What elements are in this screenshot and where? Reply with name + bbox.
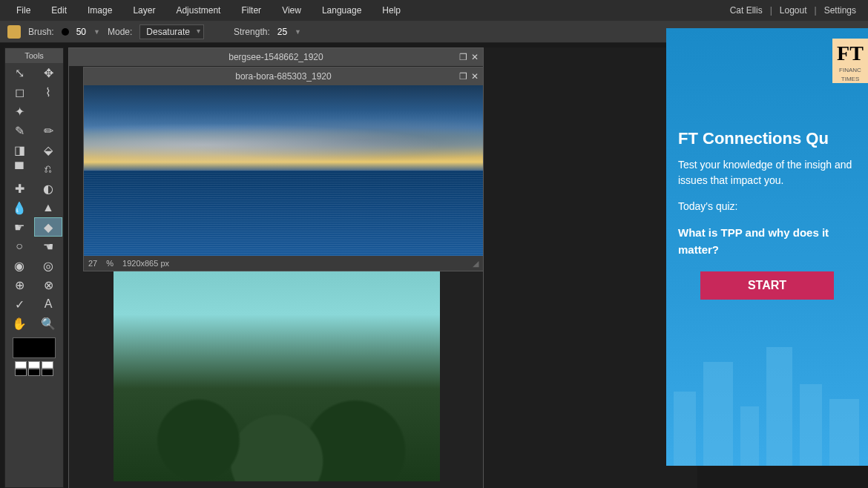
wand-icon[interactable]: ✦ <box>5 102 33 121</box>
brush-label: Brush: <box>28 27 54 37</box>
tools-panel: Tools ⤡✥◻⌇✦✎✏◨⬙▀⎌✚◐💧▲☛◆○☚◉◎⊕⊗✓A✋🔍 <box>4 47 64 488</box>
sponge-icon <box>7 25 21 39</box>
image-content <box>84 85 483 256</box>
menu-filter[interactable]: Filter <box>231 1 272 20</box>
document-window-bora[interactable]: bora-bora-685303_1920 ❐ ✕ 27 % 1920x865 … <box>83 67 484 271</box>
swatch-white[interactable] <box>15 361 27 369</box>
spot-icon[interactable]: ◎ <box>34 256 62 275</box>
resize-grip-icon[interactable]: ◢ <box>473 259 479 268</box>
close-icon[interactable]: ✕ <box>470 52 480 62</box>
zoom-pct: % <box>106 259 114 268</box>
tools-panel-title: Tools <box>5 48 63 63</box>
pinch-icon[interactable]: ⊗ <box>34 275 62 294</box>
strength-value[interactable]: 25 <box>277 27 287 37</box>
menu-view[interactable]: View <box>272 1 312 20</box>
settings-link[interactable]: Settings <box>818 1 862 20</box>
zoom-icon[interactable]: 🔍 <box>34 314 62 333</box>
sponge-icon[interactable]: ◆ <box>34 217 62 237</box>
hand-icon[interactable]: ✋ <box>5 314 33 333</box>
bucket-icon[interactable]: ⬙ <box>34 140 62 159</box>
brush-size-value[interactable]: 50 <box>76 27 86 37</box>
redeye-icon[interactable]: ◉ <box>5 256 33 275</box>
dodge-icon[interactable]: ○ <box>5 237 33 256</box>
document-titlebar[interactable]: bergsee-1548662_1920 ❐ ✕ <box>69 48 483 66</box>
document-title: bergsee-1548662_1920 <box>69 52 483 62</box>
menu-edit[interactable]: Edit <box>41 1 77 20</box>
mode-dropdown[interactable]: Desaturate <box>139 24 204 39</box>
ad-question: What is TPP and why does it matter? <box>678 225 856 258</box>
marquee-icon[interactable]: ◻ <box>5 82 33 102</box>
strength-label: Strength: <box>234 27 270 37</box>
maximize-icon[interactable]: ❐ <box>458 52 468 62</box>
menu-adjustment[interactable]: Adjustment <box>165 1 231 20</box>
type-icon[interactable]: A <box>34 294 62 314</box>
heal-icon[interactable]: ✚ <box>5 179 33 198</box>
image-dimensions: 1920x865 px <box>122 259 169 268</box>
document-title: bora-bora-685303_1920 <box>84 71 483 82</box>
blur-icon[interactable]: 💧 <box>5 198 33 217</box>
swatch-black[interactable] <box>15 369 27 376</box>
swatch-black[interactable] <box>28 369 40 376</box>
user-name[interactable]: Cat Ellis <box>724 1 769 20</box>
menu-language[interactable]: Language <box>312 1 372 20</box>
menu-file[interactable]: File <box>6 1 41 20</box>
color-swatches <box>5 333 63 380</box>
lasso-icon[interactable]: ⌇ <box>34 82 62 102</box>
mode-label: Mode: <box>108 27 132 37</box>
brush-preview-icon[interactable] <box>62 28 69 36</box>
ad-body: Test your knowledge of the insigh and is… <box>678 157 856 188</box>
empty-icon[interactable] <box>34 102 62 121</box>
stamp-icon[interactable]: ⎌ <box>34 159 62 179</box>
document-canvas[interactable] <box>84 85 483 256</box>
ft-logo: FT FINANC TIMES <box>832 39 868 83</box>
crop-icon[interactable]: ⤡ <box>5 63 33 82</box>
document-titlebar[interactable]: bora-bora-685303_1920 ❐ ✕ <box>84 67 483 85</box>
bloat-icon[interactable]: ⊕ <box>5 275 33 294</box>
menu-image[interactable]: Image <box>77 1 122 20</box>
burn-icon[interactable]: ☚ <box>34 237 62 256</box>
menu-help[interactable]: Help <box>372 1 411 20</box>
eraser-icon[interactable]: ◨ <box>5 140 33 159</box>
foreground-color[interactable] <box>13 337 56 358</box>
document-statusbar: 27 % 1920x865 px ◢ <box>84 256 483 271</box>
move-icon[interactable]: ✥ <box>34 63 62 82</box>
gradient-icon[interactable]: ▀ <box>5 159 33 179</box>
city-illustration <box>666 332 868 466</box>
menubar: File Edit Image Layer Adjustment Filter … <box>0 0 868 21</box>
pencil-icon[interactable]: ✎ <box>5 121 33 140</box>
sharpen-icon[interactable]: ▲ <box>34 198 62 217</box>
replace-icon[interactable]: ◐ <box>34 179 62 198</box>
ad-heading: FT Connections Qu <box>678 129 856 148</box>
zoom-value[interactable]: 27 <box>88 259 97 268</box>
swatch-white[interactable] <box>42 361 53 369</box>
maximize-icon[interactable]: ❐ <box>458 71 468 82</box>
menu-layer[interactable]: Layer <box>122 1 165 20</box>
ad-sidebar: FT FINANC TIMES FT Connections Qu Test y… <box>666 28 868 466</box>
ad-today-label: Today's quiz: <box>678 199 856 214</box>
logout-link[interactable]: Logout <box>774 1 813 20</box>
brush-icon[interactable]: ✏ <box>34 121 62 140</box>
separator: | <box>769 5 774 16</box>
chevron-down-icon[interactable]: ▼ <box>93 28 100 36</box>
canvas-area: bergsee-1548662_1920 ❐ ✕ 29 % 1440x1920 … <box>68 47 697 488</box>
chevron-down-icon[interactable]: ▼ <box>295 28 301 36</box>
swatch-white[interactable] <box>28 361 40 369</box>
swatch-black[interactable] <box>42 369 53 376</box>
close-icon[interactable]: ✕ <box>470 71 480 82</box>
separator: | <box>813 5 818 16</box>
picker-icon[interactable]: ✓ <box>5 294 33 314</box>
start-button[interactable]: START <box>700 271 834 300</box>
smudge-icon[interactable]: ☛ <box>5 217 33 237</box>
